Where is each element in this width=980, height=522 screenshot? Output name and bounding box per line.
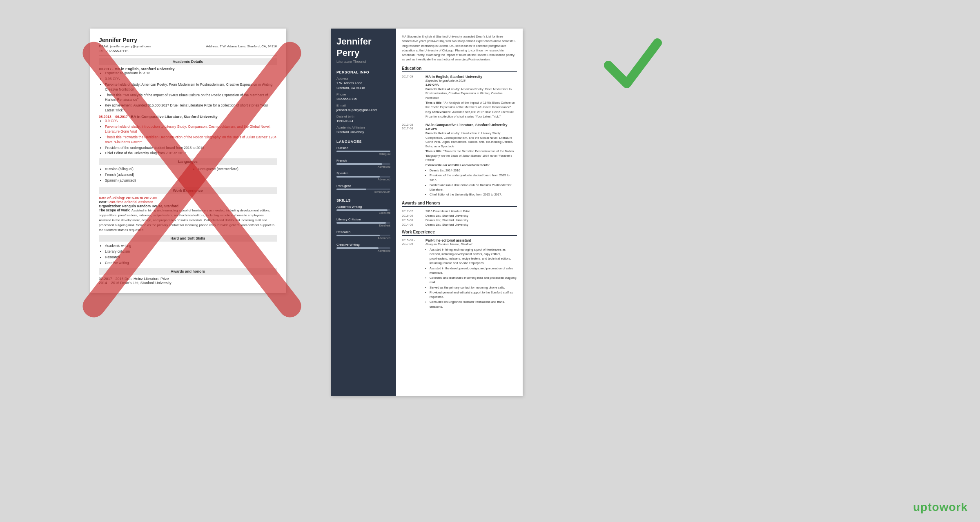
left-languages: Russian (bilingual) French (advanced) Sp…: [99, 167, 277, 185]
academic-section-header: Academic Details: [99, 58, 277, 65]
lang2: French (advanced): [105, 173, 184, 178]
green-check-overlay: [600, 33, 666, 100]
phone-value: 202-555-0115: [336, 97, 390, 101]
main-edu1: 2017-09 MA in English, Stanford Universi…: [402, 75, 517, 120]
right-sidebar: Jennifer Perry Literature Theorist Perso…: [331, 29, 396, 396]
work-org: Organization: Penguin Random House, Stan…: [99, 204, 277, 208]
main-summary: MA Student in English at Stanford Univer…: [402, 34, 517, 62]
right-main-content: MA Student in English at Stanford Univer…: [396, 29, 523, 396]
phone-label: Phone: [336, 93, 390, 96]
left-skills: Academic writing Literary criticism Rese…: [105, 244, 277, 266]
lang1: Russian (bilingual): [105, 167, 184, 172]
edu2-bullets: 3.9 GPA Favorite fields of study: Introd…: [105, 119, 277, 156]
lang-spanish: Spanish Advanced: [336, 171, 390, 181]
main-work1-detail: Part-time editorial assistant Penguin Ra…: [425, 238, 517, 309]
edu1-b3: Favorite fields of study: American Poetr…: [105, 82, 277, 92]
skill-research: Research Advanced: [336, 230, 390, 240]
left-address: Address: 7 W. Adams Lane, Stanford, CA, …: [206, 44, 277, 48]
skill-creative: Creative Writing Advanced: [336, 243, 390, 252]
sidebar-title: Literature Theorist: [336, 60, 390, 64]
brand-suffix: work: [940, 501, 968, 513]
awards-section-header: Awards and honors: [99, 268, 277, 275]
skill4: Creative writing: [105, 261, 277, 266]
lang-sidebar-title: Languages: [336, 140, 390, 144]
edu1-b2: 3.95 GPA: [105, 77, 277, 82]
email-value: jennifer.m.perry@gmail.com: [336, 108, 390, 112]
edu1-date: 09.2017 -: [99, 67, 114, 71]
edu2-extra-bullets: Dean's List 2014-2016 President of the u…: [430, 168, 517, 197]
edu1-b1: Expected to graduate in 2018: [105, 71, 277, 76]
left-awards: 02.2017 - 2016 Drue Heinz Literature Pri…: [99, 277, 277, 285]
main-edu2-years: 2013-08 - 2017-06: [402, 123, 422, 198]
left-name: Jennifer Perry: [99, 37, 277, 43]
edu2-b1: 3.9 GPA: [105, 119, 277, 124]
dob-value: 1993-03-24: [336, 119, 390, 123]
lang-col1: Russian (bilingual) French (advanced) Sp…: [99, 167, 184, 185]
left-work: Date of Joining: 2015-06 to 2017-09 Post…: [99, 196, 277, 233]
skill2: Literary criticism: [105, 249, 277, 254]
edu1-b4: Thesis title: "An Analysis of the Impact…: [105, 93, 277, 103]
lang-french: French Advanced: [336, 159, 390, 168]
main-edu1-years: 2017-09: [402, 75, 422, 120]
lang3: Spanish (advanced): [105, 178, 184, 183]
main-work1: 2015-06 - 2017-09 Part-time editorial as…: [402, 238, 517, 309]
address-value: 7 W. Adams Lane Stanford, CA 94116: [336, 81, 390, 90]
brand-name: up: [913, 501, 928, 513]
work-section-header: Work Experience: [99, 187, 277, 194]
lang-russian: Russian Billingual: [336, 146, 390, 155]
lang4: Portuguese (Intermediate): [198, 167, 277, 172]
sidebar-first-name: Jennifer: [336, 37, 390, 47]
edu2-degree: BA in Comparative Litarature, Stanford U…: [131, 115, 218, 119]
work-main-title: Work Experience: [402, 230, 517, 236]
edu2-b4: President of the undergraduate student b…: [105, 146, 277, 151]
work-post: Post: Part-time editorial assistant: [99, 200, 277, 204]
sidebar-last-name: Perry: [336, 48, 390, 58]
awards-grid: 2017-02 2016 Drue Heinz Literature Prize…: [402, 209, 517, 227]
edu2-b2: Favorite fields of study: Introduction t…: [105, 124, 277, 134]
affiliation-label: Academic Affiliation: [336, 126, 390, 129]
main-edu1-detail: MA in English, Stanford University Expec…: [425, 75, 517, 120]
affiliation-value: Stanford University: [336, 130, 390, 134]
left-edu1: 09.2017 - MA in English, Stanford Univer…: [99, 67, 277, 113]
edu1-b5: Key achievement: Awarded $15,000 2017 Dr…: [105, 103, 277, 113]
right-resume: Jennifer Perry Literature Theorist Perso…: [331, 29, 523, 396]
brand-watermark: uptowork: [913, 501, 968, 514]
personal-section-title: Personal Info: [336, 70, 390, 74]
award1: 02.2017 - 2016 Drue Heinz Literature Pri…: [99, 277, 277, 281]
skills-section-header: Hard and Soft Skills: [99, 235, 277, 242]
skill-literary: Literary Criticism Excellent: [336, 218, 390, 227]
left-resume: Jennifer Perry E-Mail: jennifer.m.perry@…: [90, 29, 286, 293]
left-tel: Tel: 202-555-0115: [99, 49, 277, 53]
brand-accent: to: [928, 501, 939, 513]
edu2-date: 08.2013 – 06.2017 -: [99, 115, 130, 119]
skills-sidebar-title: Skills: [336, 198, 390, 202]
green-check-svg: [600, 33, 666, 98]
left-email: E-Mail: jennifer.m.perry@gmail.com: [99, 44, 151, 48]
edu1-degree: MA in English, Stanford University: [114, 67, 174, 71]
address-label: Address: [336, 77, 390, 80]
edu-main-title: Education: [402, 66, 517, 72]
edu2-b5: Chief Editor of the University Blog from…: [105, 151, 277, 156]
awards-main-title: Awards and Honors: [402, 201, 517, 207]
edu1-bullets: Expected to graduate in 2018 3.95 GPA Fa…: [105, 71, 277, 113]
skill1: Academic writing: [105, 244, 277, 249]
main-edu2: 2013-08 - 2017-06 BA in Comparative Lita…: [402, 123, 517, 198]
edu2-b3: Thesis title: "Towards the Derridian Dec…: [105, 135, 277, 145]
work1-bullets: Assisted in hiring and managing a pool o…: [430, 247, 517, 309]
lang-portugese: Portugese Intermediate: [336, 184, 390, 193]
award2: 2014 – 2016 Dean's List, Stanford Univer…: [99, 281, 277, 285]
dob-label: Date of birth: [336, 115, 390, 118]
email-label-sidebar: E-mail: [336, 104, 390, 107]
left-edu2: 08.2013 – 06.2017 - BA in Comparative Li…: [99, 115, 277, 156]
work-scope: The scope of work: Assisted in hiring an…: [99, 208, 277, 233]
lang-col2: Portuguese (Intermediate): [192, 167, 277, 185]
left-contact-row: E-Mail: jennifer.m.perry@gmail.com Addre…: [99, 44, 277, 48]
skill3: Research: [105, 255, 277, 260]
main-work1-years: 2015-06 - 2017-09: [402, 238, 422, 309]
skill-academic: Academic Writing Excellent: [336, 205, 390, 214]
work-date: Date of Joining: 2015-06 to 2017-09: [99, 196, 277, 200]
lang-section-header: Languages: [99, 158, 277, 165]
main-edu2-detail: BA in Comparative Litarature, Stanford U…: [425, 123, 517, 198]
